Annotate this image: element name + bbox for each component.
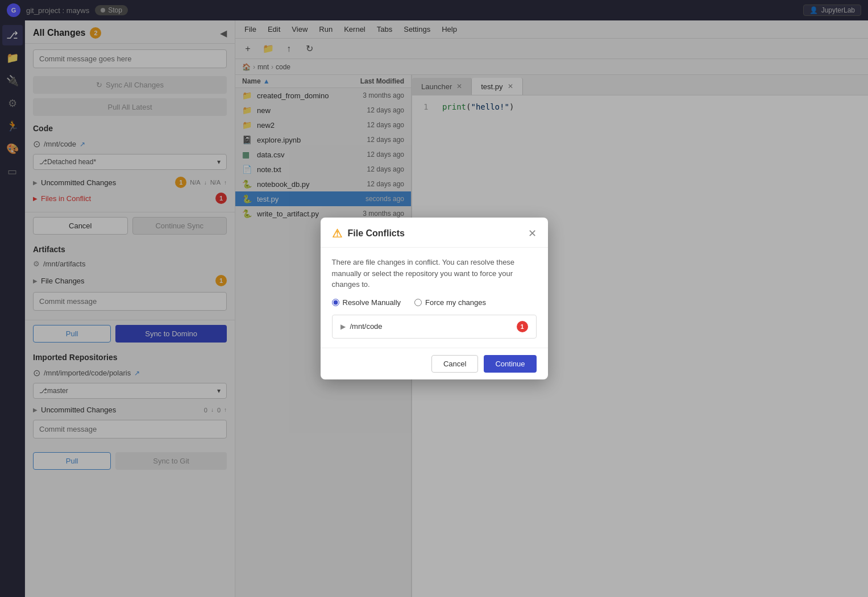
dialog-title-text: File Conflicts (348, 228, 405, 239)
resolve-manually-label: Resolve Manually (343, 298, 401, 307)
dialog-header: ⚠ File Conflicts ✕ (321, 218, 548, 248)
radio-group: Resolve Manually Force my changes (332, 298, 537, 307)
force-changes-label: Force my changes (425, 298, 486, 307)
dialog-body: There are file changes in conflict. You … (321, 248, 548, 348)
dialog-footer: Cancel Continue (321, 348, 548, 379)
repo-conflict-row[interactable]: ▶ /mnt/code 1 (332, 315, 537, 339)
resolve-manually-option[interactable]: Resolve Manually (332, 298, 401, 307)
modal-overlay: ⚠ File Conflicts ✕ There are file change… (0, 0, 868, 597)
warning-icon: ⚠ (332, 227, 342, 240)
file-conflicts-dialog: ⚠ File Conflicts ✕ There are file change… (321, 218, 548, 379)
dialog-cancel-button[interactable]: Cancel (431, 355, 478, 373)
conflict-repo-path: /mnt/code (350, 322, 383, 331)
conflict-chevron-icon: ▶ (340, 323, 346, 331)
dialog-body-text: There are file changes in conflict. You … (332, 257, 537, 290)
repo-conflict-name: ▶ /mnt/code (340, 322, 383, 331)
force-changes-option[interactable]: Force my changes (414, 298, 486, 307)
dialog-title: ⚠ File Conflicts (332, 227, 405, 240)
force-changes-radio[interactable] (414, 299, 422, 306)
resolve-manually-radio[interactable] (332, 299, 339, 306)
dialog-continue-button[interactable]: Continue (484, 355, 536, 373)
conflict-dialog-badge: 1 (517, 321, 528, 332)
dialog-close-button[interactable]: ✕ (528, 227, 537, 240)
